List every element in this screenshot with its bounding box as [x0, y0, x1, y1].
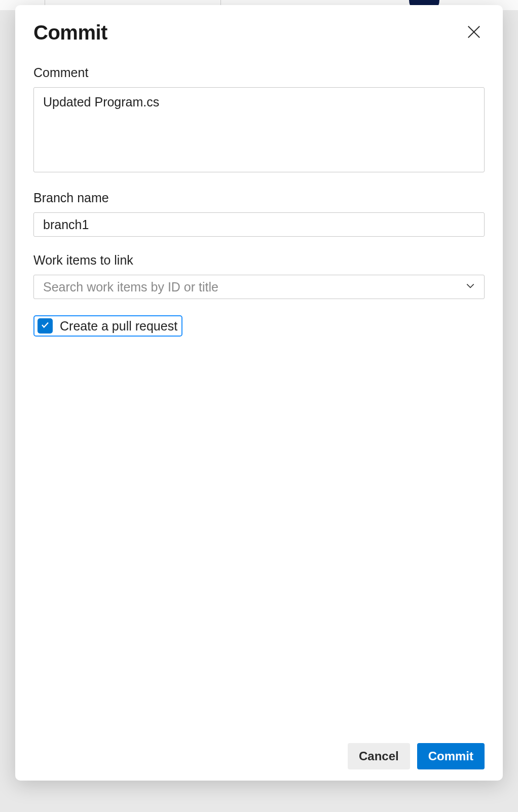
create-pull-request-checkbox[interactable]: Create a pull request: [33, 315, 182, 337]
commit-button[interactable]: Commit: [417, 743, 485, 769]
dialog-footer: Cancel Commit: [33, 743, 485, 769]
work-items-combo: [33, 275, 485, 299]
dialog-header: Commit: [33, 21, 485, 44]
check-icon: [41, 320, 50, 331]
comment-group: Comment: [33, 65, 485, 174]
work-items-label: Work items to link: [33, 253, 485, 268]
branch-group: Branch name: [33, 191, 485, 237]
comment-label: Comment: [33, 65, 485, 80]
checkbox-label: Create a pull request: [60, 319, 177, 334]
dialog-title: Commit: [33, 21, 107, 44]
branch-name-input[interactable]: [33, 212, 485, 237]
comment-textarea[interactable]: [33, 87, 485, 172]
commit-dialog: Commit Comment Branch name Work items to…: [15, 5, 503, 781]
work-items-input[interactable]: [33, 275, 485, 299]
spacer: [33, 337, 485, 743]
cancel-button[interactable]: Cancel: [348, 743, 410, 769]
checkbox-box: [38, 318, 53, 334]
branch-label: Branch name: [33, 191, 485, 205]
work-items-group: Work items to link: [33, 253, 485, 299]
close-button[interactable]: [463, 21, 485, 44]
close-icon: [466, 24, 482, 41]
